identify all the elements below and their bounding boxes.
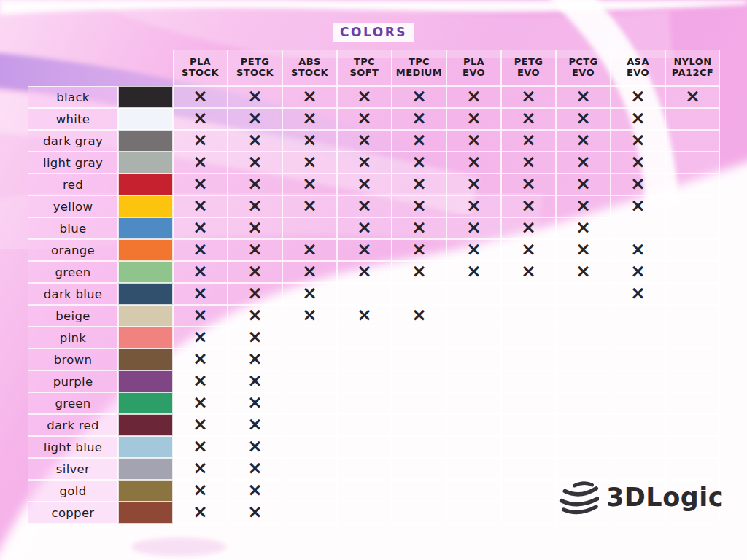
- availability-cell: [446, 283, 501, 305]
- swirl-sphere-icon: [558, 478, 599, 516]
- availability-cell: ×: [173, 239, 228, 261]
- color-swatch-black: [118, 86, 173, 108]
- color-swatch-silver: [118, 458, 173, 480]
- availability-cell: ×: [282, 305, 337, 327]
- availability-cell: [282, 480, 337, 502]
- availability-cell: [665, 152, 720, 174]
- availability-cell: [392, 502, 446, 524]
- availability-cell: ×: [173, 414, 228, 436]
- availability-cell: ×: [228, 152, 282, 174]
- availability-cell: [611, 370, 665, 392]
- row-label-blue: blue: [28, 217, 118, 239]
- color-swatch-green: [118, 392, 173, 414]
- availability-cell: ×: [228, 349, 282, 370]
- availability-cell: [392, 480, 446, 502]
- availability-cell: [665, 217, 720, 239]
- availability-cell: ×: [611, 130, 665, 152]
- availability-cell: ×: [173, 458, 228, 480]
- availability-cell: ×: [282, 86, 337, 108]
- availability-cell: [282, 349, 337, 370]
- availability-cell: ×: [173, 349, 228, 370]
- availability-cell: [611, 327, 665, 349]
- availability-cell: ×: [173, 327, 228, 349]
- availability-cell: ×: [611, 261, 665, 283]
- availability-cell: [665, 130, 720, 152]
- availability-cell: [556, 283, 611, 305]
- availability-cell: ×: [228, 370, 282, 392]
- row-label-red: red: [28, 174, 118, 195]
- availability-cell: ×: [337, 195, 392, 217]
- availability-cell: [665, 305, 720, 327]
- availability-cell: ×: [446, 86, 501, 108]
- color-swatch-red: [118, 174, 173, 195]
- availability-cell: ×: [282, 239, 337, 261]
- availability-cell: ×: [392, 86, 446, 108]
- availability-cell: [392, 392, 446, 414]
- availability-cell: ×: [228, 436, 282, 458]
- availability-cell: [501, 327, 556, 349]
- availability-cell: [611, 392, 665, 414]
- availability-cell: [446, 370, 501, 392]
- table-corner-spacer: [28, 50, 173, 86]
- availability-cell: ×: [173, 217, 228, 239]
- availability-cell: ×: [501, 130, 556, 152]
- color-swatch-orange: [118, 239, 173, 261]
- color-swatch-yellow: [118, 195, 173, 217]
- availability-cell: ×: [173, 108, 228, 130]
- availability-cell: [665, 392, 720, 414]
- availability-cell: [665, 414, 720, 436]
- availability-cell: [446, 480, 501, 502]
- color-swatch-dark-blue: [118, 283, 173, 305]
- availability-cell: ×: [228, 108, 282, 130]
- availability-cell: [446, 436, 501, 458]
- availability-cell: ×: [392, 152, 446, 174]
- availability-cell: ×: [228, 392, 282, 414]
- color-swatch-brown: [118, 349, 173, 370]
- availability-cell: ×: [228, 195, 282, 217]
- availability-cell: ×: [446, 239, 501, 261]
- availability-cell: ×: [282, 108, 337, 130]
- row-label-gold: gold: [28, 480, 118, 502]
- availability-cell: ×: [611, 174, 665, 195]
- color-swatch-purple: [118, 370, 173, 392]
- availability-cell: [501, 305, 556, 327]
- availability-cell: ×: [556, 108, 611, 130]
- availability-cell: ×: [392, 217, 446, 239]
- availability-cell: ×: [337, 217, 392, 239]
- availability-cell: [392, 370, 446, 392]
- availability-cell: ×: [501, 261, 556, 283]
- availability-cell: [501, 502, 556, 524]
- column-header-pla-stock: PLA STOCK: [173, 50, 228, 86]
- availability-cell: ×: [173, 86, 228, 108]
- availability-cell: ×: [337, 261, 392, 283]
- page-title: COLORS: [333, 23, 414, 42]
- row-label-copper: copper: [28, 502, 118, 524]
- availability-cell: ×: [501, 108, 556, 130]
- availability-cell: ×: [501, 217, 556, 239]
- availability-cell: ×: [337, 305, 392, 327]
- availability-cell: ×: [337, 130, 392, 152]
- row-label-dark-gray: dark gray: [28, 130, 118, 152]
- row-label-dark-blue: dark blue: [28, 283, 118, 305]
- availability-cell: ×: [228, 174, 282, 195]
- availability-cell: [665, 349, 720, 370]
- row-label-green: green: [28, 392, 118, 414]
- availability-cell: [337, 327, 392, 349]
- availability-cell: [665, 261, 720, 283]
- brand-name: 3DLogic: [606, 483, 724, 512]
- availability-cell: [446, 458, 501, 480]
- availability-cell: ×: [611, 239, 665, 261]
- availability-cell: [501, 436, 556, 458]
- availability-cell: ×: [228, 239, 282, 261]
- row-label-yellow: yellow: [28, 195, 118, 217]
- color-swatch-dark-gray: [118, 130, 173, 152]
- availability-cell: ×: [446, 217, 501, 239]
- availability-cell: ×: [282, 261, 337, 283]
- availability-cell: [282, 327, 337, 349]
- availability-cell: [282, 217, 337, 239]
- availability-cell: [556, 305, 611, 327]
- availability-cell: ×: [446, 261, 501, 283]
- column-header-nylon-pa12cf: NYLON PA12CF: [665, 50, 720, 86]
- row-label-light-blue: light blue: [28, 436, 118, 458]
- availability-cell: [556, 327, 611, 349]
